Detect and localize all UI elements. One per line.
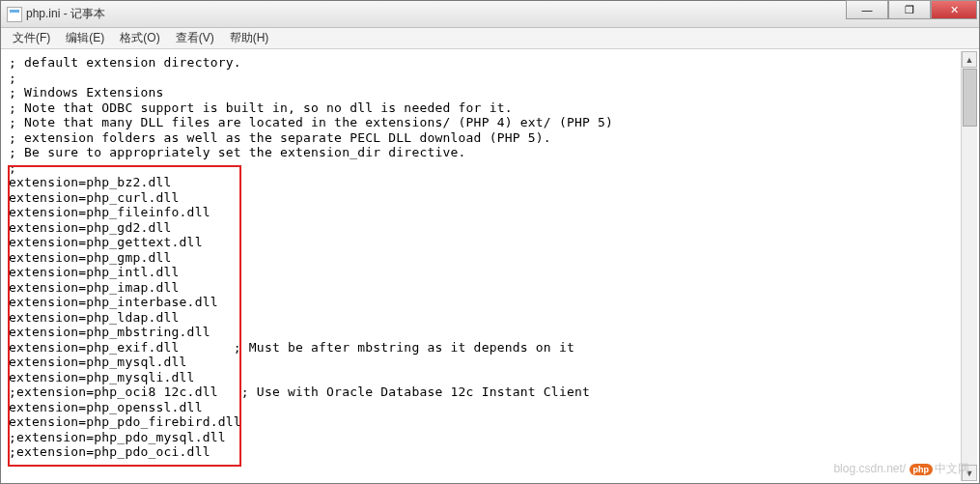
close-button[interactable]: ✕	[931, 0, 977, 19]
text-line: ;	[9, 160, 16, 175]
text-line: ;extension=php_pdo_oci.dll	[9, 444, 210, 459]
text-line: extension=php_exif.dll ; Must be after m…	[9, 340, 574, 355]
menu-view[interactable]: 查看(V)	[168, 28, 222, 48]
menu-format[interactable]: 格式(O)	[112, 28, 167, 48]
menubar: 文件(F) 编辑(E) 格式(O) 查看(V) 帮助(H)	[1, 28, 979, 49]
text-line: extension=php_gettext.dll	[9, 235, 203, 249]
text-line: extension=php_gmp.dll	[9, 250, 172, 265]
maximize-button[interactable]: ❐	[888, 0, 931, 19]
text-line: extension=php_pdo_firebird.dll	[9, 414, 241, 429]
menu-file[interactable]: 文件(F)	[5, 28, 58, 48]
menu-edit[interactable]: 编辑(E)	[58, 28, 112, 48]
window-controls: — ❐ ✕	[846, 1, 977, 19]
text-line: ; extension folders as well as the separ…	[9, 130, 551, 145]
text-line: extension=php_mysqli.dll	[9, 370, 195, 384]
window-title: php.ini - 记事本	[26, 6, 105, 22]
text-line: ;	[9, 71, 16, 85]
text-line: extension=php_curl.dll	[9, 190, 180, 205]
text-line: extension=php_fileinfo.dll	[9, 205, 210, 219]
text-line: extension=php_bz2.dll	[9, 175, 172, 189]
text-line: extension=php_ldap.dll	[9, 310, 180, 325]
text-line: extension=php_imap.dll	[9, 280, 180, 295]
text-line: ; Note that ODBC support is built in, so…	[9, 100, 513, 115]
text-line: extension=php_intl.dll	[9, 265, 180, 279]
text-line: ; Be sure to appropriately set the exten…	[9, 145, 466, 159]
scroll-thumb[interactable]	[963, 69, 977, 127]
titlebar[interactable]: php.ini - 记事本 — ❐ ✕	[1, 1, 979, 28]
text-line: extension=php_mbstring.dll	[9, 325, 210, 339]
notepad-icon	[7, 7, 22, 22]
text-line: extension=php_gd2.dll	[9, 220, 172, 235]
scroll-down-button[interactable]: ▼	[962, 465, 977, 481]
text-line: extension=php_openssl.dll	[9, 400, 203, 414]
minimize-button[interactable]: —	[846, 0, 888, 19]
notepad-window: php.ini - 记事本 — ❐ ✕ 文件(F) 编辑(E) 格式(O) 查看…	[0, 0, 980, 484]
text-line: ; Note that many DLL files are located i…	[9, 115, 613, 129]
text-line: ; default extension directory.	[9, 55, 241, 70]
text-line: extension=php_interbase.dll	[9, 295, 218, 309]
text-line: ; Windows Extensions	[9, 85, 164, 100]
vertical-scrollbar[interactable]: ▲ ▼	[961, 51, 977, 481]
text-line: ;extension=php_oci8 12c.dll ; Use with O…	[9, 384, 590, 399]
text-content[interactable]: ; default extension directory. ; ; Windo…	[3, 51, 960, 464]
scroll-up-button[interactable]: ▲	[962, 51, 977, 68]
menu-help[interactable]: 帮助(H)	[222, 28, 277, 48]
text-line: extension=php_mysql.dll	[9, 355, 187, 369]
text-line: ;extension=php_pdo_mysql.dll	[9, 430, 226, 444]
text-editor-area[interactable]: ; default extension directory. ; ; Windo…	[3, 51, 960, 481]
